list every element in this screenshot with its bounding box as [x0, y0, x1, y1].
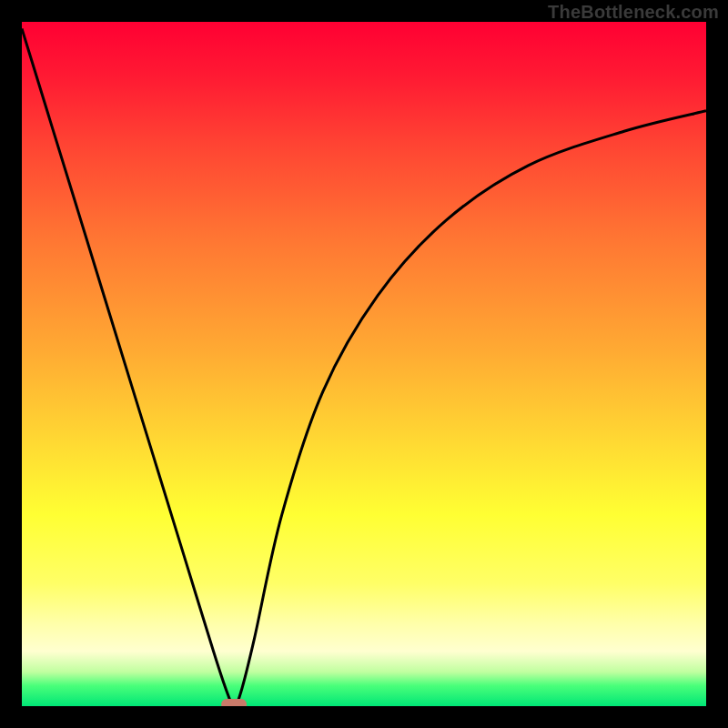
plot-area: [22, 22, 706, 706]
min-marker: [221, 699, 247, 706]
bottleneck-curve: [22, 29, 706, 707]
chart-frame: TheBottleneck.com: [0, 0, 728, 728]
watermark-text: TheBottleneck.com: [548, 2, 719, 23]
chart-svg: [22, 22, 706, 706]
